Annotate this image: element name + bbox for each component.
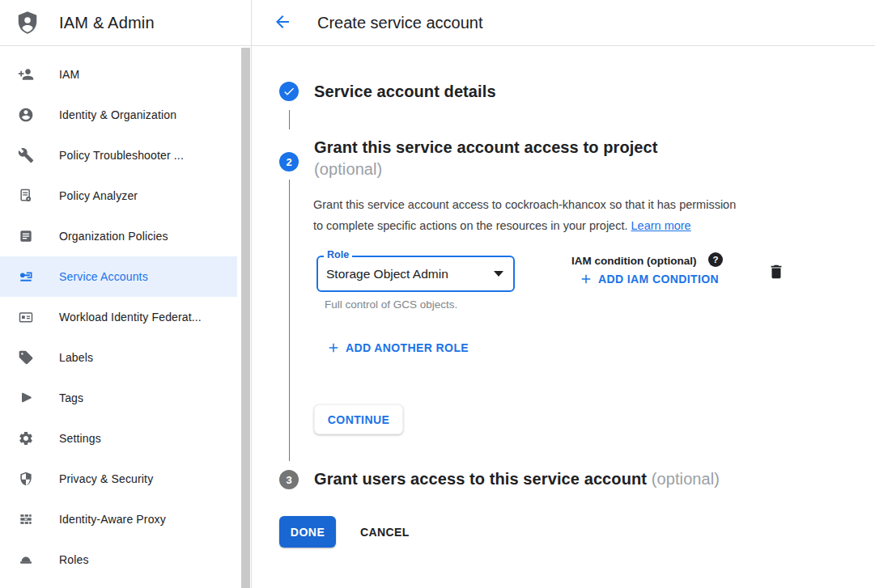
sidebar-scrollbar[interactable] [241, 48, 250, 588]
done-button[interactable]: DONE [279, 516, 336, 548]
label-icon [18, 349, 34, 366]
step3-number: 3 [286, 474, 291, 486]
step3-number-circle: 3 [279, 470, 299, 489]
step3-optional-label: (optional) [652, 470, 720, 488]
sidebar-item-label: Policy Troubleshooter ... [59, 149, 184, 162]
sidebar-item-privacy-security[interactable]: Privacy & Security [0, 459, 237, 499]
service-accounts-key-icon [18, 269, 34, 285]
help-glyph: ? [712, 255, 718, 264]
sidebar-item-label: Identity & Organization [59, 108, 176, 121]
step-connector [289, 110, 291, 129]
sidebar-nav: IAM Identity & Organization Policy Troub… [0, 46, 237, 580]
sidebar-item-iam[interactable]: IAM [0, 54, 237, 95]
sidebar-item-settings[interactable]: Settings [0, 418, 237, 459]
wrench-icon [18, 147, 34, 163]
sidebar-item-identity-organization[interactable]: Identity & Organization [0, 95, 237, 135]
step1-complete-circle [279, 82, 299, 101]
description-line1: Grant this service account access to coc… [313, 198, 736, 211]
roles-hat-icon [18, 552, 34, 568]
create-service-account-wizard: Service account details 2 Grant this ser… [252, 46, 875, 588]
sidebar-item-organization-policies[interactable]: Organization Policies [0, 216, 237, 256]
sidebar-item-label: Labels [59, 351, 93, 364]
iam-admin-shield-logo-icon [15, 11, 40, 35]
sidebar-item-label: Identity-Aware Proxy [59, 513, 166, 526]
sidebar-item-label: Tags [59, 391, 83, 404]
sidebar-divider [251, 0, 252, 588]
sidebar-item-label: Workload Identity Federat... [59, 311, 202, 324]
help-icon[interactable]: ? [708, 252, 723, 267]
gear-icon [18, 430, 34, 446]
check-icon [282, 85, 295, 98]
step3-title[interactable]: Grant users access to this service accou… [314, 468, 720, 490]
role-selected-value: Storage Object Admin [326, 257, 448, 290]
sidebar-item-label: Service Accounts [59, 270, 148, 283]
page-title: Create service account [317, 0, 483, 45]
sidebar-item-labels[interactable]: Labels [0, 337, 237, 378]
product-title: IAM & Admin [59, 0, 155, 45]
plus-icon [579, 272, 593, 286]
policy-analyzer-icon [18, 188, 34, 204]
sidebar-item-service-accounts[interactable]: Service Accounts [0, 256, 237, 297]
delete-role-trash-icon[interactable] [767, 263, 786, 282]
role-select[interactable]: Storage Object Admin [316, 256, 515, 292]
add-iam-condition-button[interactable]: ADD IAM CONDITION [579, 272, 719, 286]
workload-identity-card-icon [18, 309, 34, 325]
person-add-icon [18, 66, 34, 82]
add-iam-condition-label: ADD IAM CONDITION [598, 273, 719, 286]
sidebar-item-identity-aware-proxy[interactable]: Identity-Aware Proxy [0, 499, 237, 539]
step2-description: Grant this service account access to coc… [313, 195, 802, 236]
role-field-label: Role [324, 249, 352, 260]
add-another-role-button[interactable]: ADD ANOTHER ROLE [326, 341, 469, 355]
cancel-button[interactable]: CANCEL [350, 516, 419, 548]
shield-icon [18, 471, 34, 487]
tag-icon [18, 390, 34, 406]
back-arrow-icon[interactable] [272, 12, 293, 33]
sidebar-item-label: IAM [59, 68, 79, 81]
org-policies-icon [18, 228, 34, 244]
add-another-role-label: ADD ANOTHER ROLE [346, 341, 469, 354]
sidebar-item-policy-analyzer[interactable]: Policy Analyzer [0, 176, 237, 216]
plus-icon [326, 341, 341, 355]
step1-title: Service account details [314, 81, 496, 103]
step-connector [289, 180, 291, 461]
iam-condition-label: IAM condition (optional) [571, 255, 696, 267]
continue-button[interactable]: CONTINUE [314, 404, 403, 434]
sidebar-item-label: Policy Analyzer [59, 189, 138, 202]
step2-title-text: Grant this service account access to pro… [314, 138, 658, 156]
sidebar-item-tags[interactable]: Tags [0, 378, 237, 418]
sidebar-item-label: Roles [59, 553, 89, 566]
account-circle-icon [18, 107, 34, 123]
sidebar-item-label: Privacy & Security [59, 472, 153, 485]
sidebar-item-label: Organization Policies [59, 230, 168, 243]
role-helper-text: Full control of GCS objects. [325, 298, 457, 311]
description-line2: to complete specific actions on the reso… [313, 219, 627, 232]
top-header: IAM & Admin Create service account [0, 0, 875, 46]
step3-title-text: Grant users access to this service accou… [314, 470, 647, 488]
sidebar-item-label: Settings [59, 432, 101, 445]
step2-number: 2 [286, 156, 291, 168]
dropdown-arrow-icon [494, 271, 503, 277]
learn-more-link[interactable]: Learn more [631, 219, 691, 232]
sidebar-item-workload-identity-federation[interactable]: Workload Identity Federat... [0, 297, 237, 337]
sidebar-item-roles[interactable]: Roles [0, 539, 237, 580]
step2-title: Grant this service account access to pro… [314, 137, 658, 180]
step2-number-circle: 2 [279, 152, 299, 171]
iap-icon [18, 511, 34, 527]
app-root: IAM & Admin Create service account IAM I… [0, 0, 875, 588]
step2-optional-label: (optional) [314, 160, 382, 178]
sidebar-item-policy-troubleshooter[interactable]: Policy Troubleshooter ... [0, 135, 237, 176]
